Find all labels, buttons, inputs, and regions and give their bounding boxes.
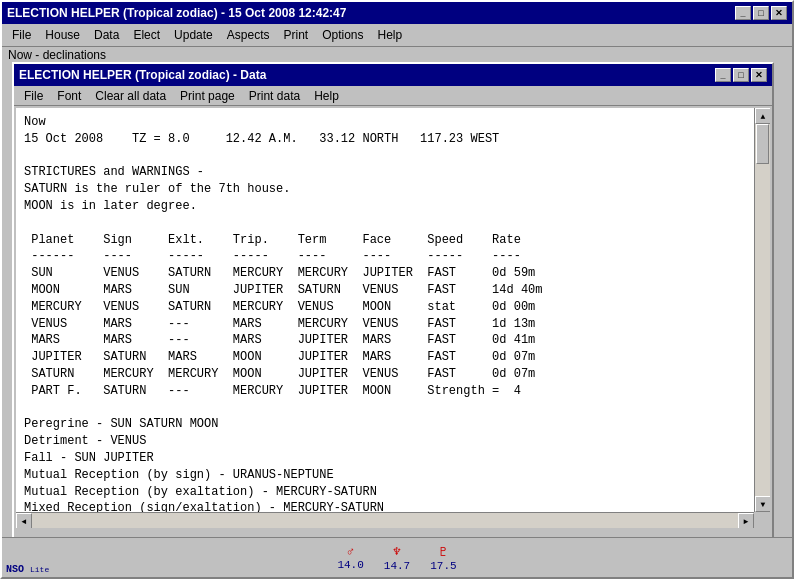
inner-close-button[interactable]: ✕ — [751, 68, 767, 82]
inner-minimize-button[interactable]: _ — [715, 68, 731, 82]
menu-aspects[interactable]: Aspects — [221, 27, 276, 43]
outer-title-bar: ELECTION HELPER (Tropical zodiac) - 15 O… — [2, 2, 792, 24]
inner-menu-help[interactable]: Help — [308, 88, 345, 104]
menu-file[interactable]: File — [6, 27, 37, 43]
neptune-value: 14.7 — [384, 560, 410, 572]
scroll-thumb-vertical[interactable] — [756, 124, 769, 164]
horizontal-scrollbar[interactable]: ◄ ► — [16, 512, 754, 528]
outer-maximize-button[interactable]: □ — [753, 6, 769, 20]
content-area: Now 15 Oct 2008 TZ = 8.0 12.42 A.M. 33.1… — [16, 108, 770, 528]
content-text: Now 15 Oct 2008 TZ = 8.0 12.42 A.M. 33.1… — [24, 114, 746, 512]
vertical-scrollbar[interactable]: ▲ ▼ — [754, 108, 770, 512]
bottom-planet-bar: ♂ 14.0 ♆ 14.7 ♇ 17.5 — [2, 537, 792, 577]
outer-close-button[interactable]: ✕ — [771, 6, 787, 20]
scroll-track-vertical[interactable] — [755, 124, 770, 496]
pluto-symbol: ♇ — [430, 544, 456, 560]
scroll-left-button[interactable]: ◄ — [16, 513, 32, 528]
scroll-up-button[interactable]: ▲ — [755, 108, 770, 124]
content-scroll[interactable]: Now 15 Oct 2008 TZ = 8.0 12.42 A.M. 33.1… — [16, 108, 754, 512]
scroll-track-horizontal[interactable] — [32, 513, 738, 528]
planet-pluto: ♇ 17.5 — [430, 544, 456, 572]
inner-menu-font[interactable]: Font — [51, 88, 87, 104]
mars-symbol: ♂ — [337, 544, 363, 559]
menu-update[interactable]: Update — [168, 27, 219, 43]
pluto-value: 17.5 — [430, 560, 456, 572]
planet-mars: ♂ 14.0 — [337, 544, 363, 571]
menu-data[interactable]: Data — [88, 27, 125, 43]
inner-menu-print-data[interactable]: Print data — [243, 88, 306, 104]
status-text: Now - declinations — [8, 48, 106, 62]
inner-title-buttons: _ □ ✕ — [715, 68, 767, 82]
inner-maximize-button[interactable]: □ — [733, 68, 749, 82]
menu-help[interactable]: Help — [372, 27, 409, 43]
inner-menu-clear[interactable]: Clear all data — [89, 88, 172, 104]
inner-title-bar: ELECTION HELPER (Tropical zodiac) - Data… — [14, 64, 772, 86]
nso-logo: NSO Lite — [6, 564, 49, 575]
outer-window: ELECTION HELPER (Tropical zodiac) - 15 O… — [0, 0, 794, 579]
planet-neptune: ♆ 14.7 — [384, 544, 410, 572]
outer-title-buttons: _ □ ✕ — [735, 6, 787, 20]
menu-house[interactable]: House — [39, 27, 86, 43]
scroll-down-button[interactable]: ▼ — [755, 496, 770, 512]
menu-elect[interactable]: Elect — [127, 27, 166, 43]
menu-options[interactable]: Options — [316, 27, 369, 43]
inner-menu-print-page[interactable]: Print page — [174, 88, 241, 104]
inner-window: ELECTION HELPER (Tropical zodiac) - Data… — [12, 62, 774, 552]
neptune-symbol: ♆ — [384, 544, 410, 560]
scroll-right-button[interactable]: ► — [738, 513, 754, 528]
outer-window-title: ELECTION HELPER (Tropical zodiac) - 15 O… — [7, 6, 735, 20]
mars-value: 14.0 — [337, 559, 363, 571]
outer-minimize-button[interactable]: _ — [735, 6, 751, 20]
outer-menu-bar: File House Data Elect Update Aspects Pri… — [2, 24, 792, 46]
inner-menu-file[interactable]: File — [18, 88, 49, 104]
scrollbar-corner — [754, 512, 770, 528]
inner-window-title: ELECTION HELPER (Tropical zodiac) - Data — [19, 68, 266, 82]
inner-menu-bar: File Font Clear all data Print page Prin… — [14, 86, 772, 106]
menu-print[interactable]: Print — [277, 27, 314, 43]
